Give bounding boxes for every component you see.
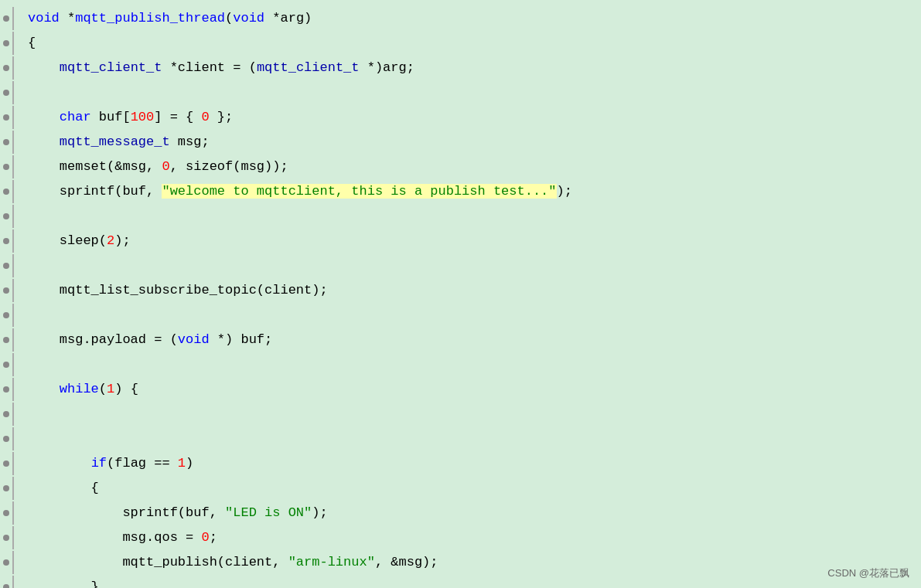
line-gutter-8: [0, 180, 14, 203]
code-line-18: [0, 427, 921, 451]
code-line-6: mqtt_message_t msg;: [0, 130, 921, 155]
code-line-2: {: [0, 31, 921, 56]
code-line-15: [0, 352, 921, 377]
code-content-7: memset(&msg, 0, sizeof(msg));: [20, 155, 288, 178]
code-line-14: msg.payload = (void *) buf;: [0, 328, 921, 352]
code-line-23: mqtt_publish(client, "arm-linux", &msg);: [0, 550, 921, 575]
line-gutter-24: [0, 576, 14, 588]
code-editor: void *mqtt_publish_thread(void *arg) { m…: [0, 0, 921, 588]
line-gutter-5: [0, 106, 14, 129]
code-line-12: mqtt_list_subscribe_topic(client);: [0, 278, 921, 303]
code-content-10: sleep(2);: [20, 229, 131, 253]
code-content-13: [20, 304, 36, 327]
line-gutter-3: [0, 56, 14, 80]
code-line-20: {: [0, 476, 921, 501]
code-content-3: mqtt_client_t *client = (mqtt_client_t *…: [20, 56, 414, 80]
code-line-1: void *mqtt_publish_thread(void *arg): [0, 6, 921, 31]
code-content-2: {: [20, 32, 36, 55]
code-content-14: msg.payload = (void *) buf;: [20, 328, 272, 352]
code-content-16: while(1) {: [20, 378, 138, 401]
code-line-19: if(flag == 1): [0, 451, 921, 476]
line-gutter-19: [0, 452, 14, 475]
code-content-1: void *mqtt_publish_thread(void *arg): [20, 7, 312, 30]
code-line-5: char buf[100] = { 0 };: [0, 105, 921, 130]
line-gutter-12: [0, 279, 14, 302]
code-content-9: [20, 205, 36, 228]
line-gutter-18: [0, 427, 14, 450]
code-line-24: }: [0, 575, 921, 588]
line-gutter-15: [0, 353, 14, 376]
code-line-21: sprintf(buf, "LED is ON");: [0, 501, 921, 525]
line-gutter-4: [0, 81, 14, 104]
code-line-13: [0, 303, 921, 328]
line-gutter-10: [0, 229, 14, 253]
code-content-20: {: [20, 477, 99, 500]
line-gutter-6: [0, 131, 14, 154]
code-line-10: sleep(2);: [0, 229, 921, 253]
code-content-22: msg.qos = 0;: [20, 526, 217, 549]
code-content-4: [20, 81, 36, 104]
code-line-11: [0, 253, 921, 278]
line-gutter-2: [0, 32, 14, 55]
code-line-3: mqtt_client_t *client = (mqtt_client_t *…: [0, 56, 921, 80]
code-content-24: }: [20, 576, 99, 588]
line-gutter-1: [0, 7, 14, 30]
code-content-11: [20, 254, 36, 277]
watermark: CSDN @花落已飘: [827, 566, 909, 580]
code-content-21: sprintf(buf, "LED is ON");: [20, 501, 328, 525]
code-content-6: mqtt_message_t msg;: [20, 131, 210, 154]
code-line-4: [0, 80, 921, 105]
line-gutter-16: [0, 378, 14, 401]
line-gutter-14: [0, 328, 14, 352]
code-content-17: [20, 403, 36, 426]
line-gutter-17: [0, 403, 14, 426]
line-gutter-21: [0, 501, 14, 525]
code-line-7: memset(&msg, 0, sizeof(msg));: [0, 155, 921, 179]
code-line-9: [0, 204, 921, 229]
code-content-12: mqtt_list_subscribe_topic(client);: [20, 279, 328, 302]
code-line-17: [0, 402, 921, 427]
code-content-5: char buf[100] = { 0 };: [20, 106, 233, 129]
line-gutter-11: [0, 254, 14, 277]
code-content-15: [20, 353, 36, 376]
code-line-16: while(1) {: [0, 377, 921, 402]
code-line-22: msg.qos = 0;: [0, 525, 921, 550]
code-content-23: mqtt_publish(client, "arm-linux", &msg);: [20, 551, 438, 574]
line-gutter-20: [0, 477, 14, 500]
code-content-19: if(flag == 1): [20, 452, 193, 475]
line-gutter-23: [0, 551, 14, 574]
line-gutter-7: [0, 155, 14, 178]
line-gutter-13: [0, 304, 14, 327]
line-gutter-22: [0, 526, 14, 549]
line-gutter-9: [0, 205, 14, 228]
code-content-8: sprintf(buf, "welcome to mqttclient, thi…: [20, 180, 572, 203]
code-content-18: [20, 427, 36, 450]
code-line-8: sprintf(buf, "welcome to mqttclient, thi…: [0, 179, 921, 204]
